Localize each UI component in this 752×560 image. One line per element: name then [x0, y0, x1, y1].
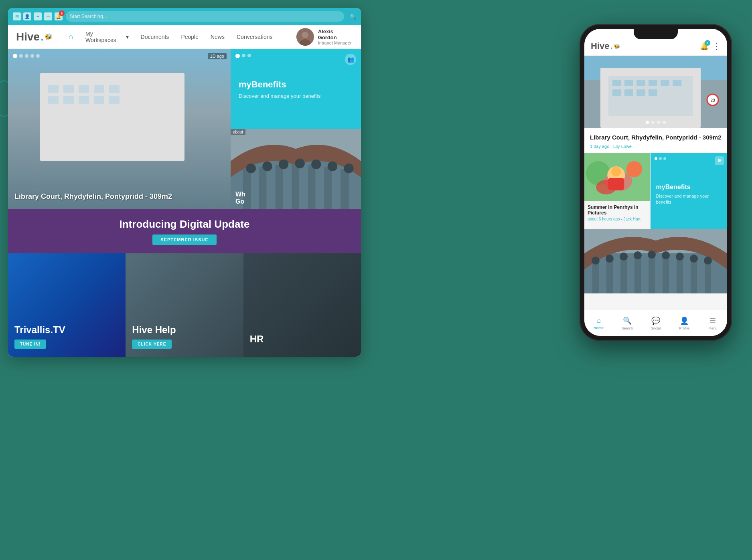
- tile-content: HR: [250, 334, 264, 349]
- tile-title: Trivallis.TV: [14, 324, 65, 336]
- phone-hero-image[interactable]: 20: [584, 56, 727, 128]
- nav-item-documents[interactable]: Documents: [141, 34, 169, 40]
- phone-notification-count: 8: [705, 40, 710, 46]
- phone-nav-social-label: Social: [651, 326, 661, 330]
- user-role: Intranet Manager: [318, 40, 353, 45]
- hero-main-image[interactable]: 1D ago Library Court, Rhydyfelin, Pontyp…: [8, 49, 231, 209]
- phone-nav-home[interactable]: ⌂ Home: [584, 310, 613, 336]
- svg-point-57: [606, 255, 614, 263]
- profile-icon: 👤: [680, 316, 689, 325]
- hero-title: Library Court, Rhydyfelin, Pontypridd - …: [14, 192, 224, 201]
- svg-rect-31: [612, 89, 621, 96]
- phone-bottom-nav: ⌂ Home 🔍 Search 💬 Social 👤 Profile ☰: [584, 310, 727, 336]
- trivallis-tv-tile[interactable]: Trivallis.TV TUNE IN!: [8, 253, 126, 357]
- summer-penrhys-tile[interactable]: Summer in Penrhys in Pictures about 6 ho…: [584, 153, 651, 229]
- grid-icon[interactable]: ⊞: [13, 12, 21, 20]
- phone-hero-card[interactable]: Library Court, Rhydyfelin, Pontypridd - …: [584, 128, 727, 153]
- svg-rect-32: [624, 89, 633, 96]
- click-here-button[interactable]: CLICK HERE: [132, 340, 172, 349]
- svg-text:20: 20: [710, 98, 715, 103]
- welsh-building: [231, 129, 361, 209]
- welsh-assembly-tile[interactable]: about WhGo: [231, 129, 361, 209]
- dot[interactable]: [25, 54, 28, 58]
- phone-tile-row: Summer in Penrhys in Pictures about 6 ho…: [584, 153, 727, 229]
- phone-benefits-icon: ⊞: [715, 156, 724, 165]
- tile-dots: [235, 54, 251, 58]
- logo-dot: .: [41, 30, 44, 43]
- svg-rect-30: [673, 80, 681, 86]
- svg-point-40: [626, 161, 642, 177]
- svg-rect-29: [661, 80, 669, 86]
- hr-tile[interactable]: HR: [243, 253, 361, 357]
- person-icon[interactable]: 👤: [23, 12, 31, 20]
- svg-point-62: [676, 253, 684, 261]
- nav-item-news[interactable]: News: [211, 34, 225, 40]
- hive-logo[interactable]: Hive. 🐝: [16, 30, 53, 43]
- dot[interactable]: [30, 54, 34, 58]
- september-issue-button[interactable]: SEPTEMBER ISSUE: [152, 235, 217, 245]
- svg-rect-44: [608, 178, 624, 190]
- building-background: [8, 49, 231, 209]
- phone-nav-social[interactable]: 💬 Social: [641, 310, 670, 336]
- phone-nav-menu[interactable]: ☰ Menu: [699, 310, 727, 336]
- avatar-image: [296, 28, 314, 46]
- phone-bell-wrap[interactable]: 🔔 8: [700, 42, 709, 51]
- phone-welsh-building-tile[interactable]: [584, 229, 727, 293]
- phone-my-benefits-tile[interactable]: ⊞ myBenefits Discover and manage your be…: [651, 153, 728, 229]
- hero-timestamp: 1D ago: [208, 53, 227, 59]
- window: [63, 96, 74, 104]
- menu-icon: ☰: [709, 316, 716, 325]
- browser-search-bar[interactable]: Start Searching...: [66, 11, 344, 22]
- svg-rect-48: [606, 259, 613, 293]
- logo-text: Hive: [16, 30, 40, 43]
- desktop-nav: Hive. 🐝 ⌂ My Workspaces ▾ Documents Peop…: [8, 25, 361, 49]
- window: [109, 96, 120, 104]
- phone-hero-time: 1 day ago: [590, 144, 609, 149]
- svg-point-15: [262, 162, 272, 171]
- edit-icon[interactable]: ✏: [44, 12, 52, 20]
- phone-logo-text: Hive: [591, 41, 609, 51]
- user-info: Alexis Gordon Intranet Manager: [318, 28, 353, 45]
- star-icon[interactable]: ✦: [34, 12, 42, 20]
- svg-point-19: [328, 162, 337, 171]
- svg-rect-25: [612, 80, 621, 86]
- phone-nav-search[interactable]: 🔍 Search: [613, 310, 641, 336]
- nav-item-workspaces[interactable]: My Workspaces ▾: [85, 30, 129, 43]
- window: [63, 85, 74, 93]
- phone-menu-icon[interactable]: ⋮: [713, 41, 721, 51]
- desktop-content: 1D ago Library Court, Rhydyfelin, Pontyp…: [8, 49, 361, 357]
- svg-point-18: [311, 160, 321, 169]
- svg-point-59: [634, 251, 642, 259]
- my-benefits-tile[interactable]: 👥 myBenefits Discover and manage your be…: [231, 49, 361, 129]
- benefits-description: Discover and manage your benefits: [239, 93, 353, 99]
- avatar[interactable]: [296, 28, 314, 46]
- phone-scroll-content[interactable]: 20 Library Court, Rhydyfelin, Pontypridd…: [584, 56, 727, 310]
- dot[interactable]: [19, 54, 23, 58]
- home-icon[interactable]: ⌂: [69, 32, 73, 41]
- dot[interactable]: [36, 54, 40, 58]
- svg-rect-49: [620, 257, 627, 293]
- svg-point-56: [592, 257, 600, 265]
- hero-carousel-dots: [13, 54, 40, 58]
- phone-benefits-description: Discover and manage your benefits: [656, 193, 722, 205]
- svg-point-43: [611, 167, 621, 176]
- phone-nav-profile[interactable]: 👤 Profile: [670, 310, 699, 336]
- window: [94, 85, 104, 93]
- summer-title: Summer in Penrhys in Pictures: [588, 204, 647, 216]
- phone-nav-home-label: Home: [594, 326, 604, 330]
- search-icon[interactable]: 🔍: [350, 14, 356, 20]
- svg-point-16: [279, 160, 288, 169]
- tile-title: Hive Help: [132, 324, 176, 336]
- svg-point-17: [295, 159, 304, 168]
- nav-item-people[interactable]: People: [181, 34, 199, 40]
- nav-item-conversations[interactable]: Conversations: [237, 34, 273, 40]
- svg-rect-54: [691, 259, 697, 293]
- svg-point-60: [648, 251, 656, 259]
- benefits-title: myBenefits: [239, 79, 353, 90]
- svg-point-58: [620, 253, 628, 261]
- notification-bell-wrap[interactable]: 🔔 8: [55, 12, 63, 20]
- dot-active[interactable]: [13, 54, 17, 58]
- phone-nav-profile-label: Profile: [679, 326, 689, 330]
- hive-help-tile[interactable]: Hive Help CLICK HERE: [126, 253, 243, 357]
- tune-in-button[interactable]: TUNE IN!: [14, 340, 46, 349]
